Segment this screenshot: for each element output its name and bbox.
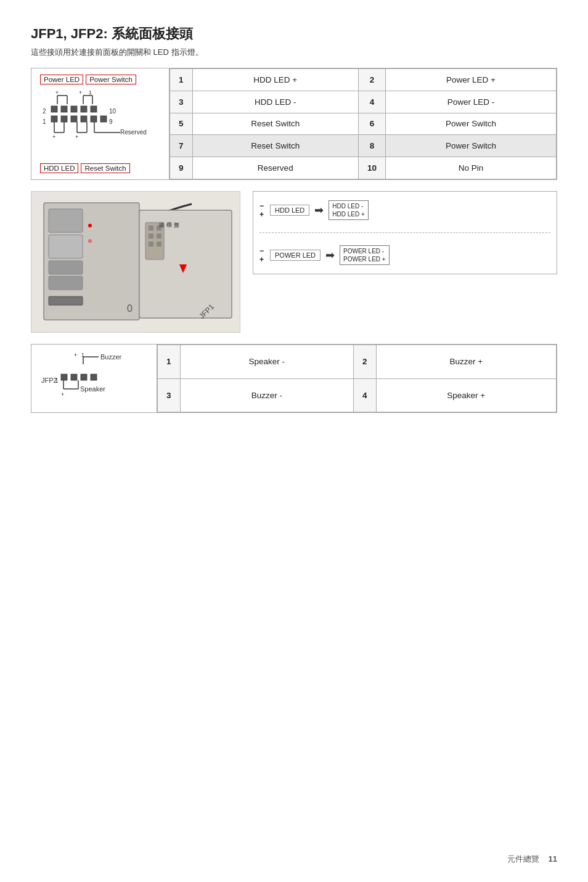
jfp1-pin-table: 1 HDD LED + 2 Power LED + 3 HDD LED - 4 … [169,68,557,179]
svg-rect-46 [149,226,153,231]
svg-rect-16 [51,116,57,122]
arrow-icon: ➡ [314,203,324,217]
table-row: 1 Speaker - 2 Buzzer + [158,345,557,379]
hdd-led-wiring-label: HDD LED [270,205,309,216]
svg-rect-65 [61,374,67,380]
svg-text:+: + [75,134,78,140]
power-led-wire-row: − + POWER LED ➡ POWER LED - POWER LED + [259,245,550,265]
svg-rect-21 [100,116,107,122]
jfp2-pin-table: 1 Speaker - 2 Buzzer + 3 Buzzer - 4 Spea… [157,345,557,412]
svg-text:0: 0 [127,303,133,314]
svg-text:9: 9 [109,118,113,125]
svg-rect-41 [49,296,83,305]
svg-rect-67 [81,374,87,380]
svg-text:1: 1 [43,118,46,125]
table-row: 1 HDD LED + 2 Power LED + [170,69,557,91]
jfp1-section: Power LED Power Switch + + 1 2 1 [31,68,557,180]
svg-rect-39 [49,261,83,274]
svg-text:10: 10 [109,108,116,115]
svg-rect-18 [71,116,77,122]
wiring-diagram: − + HDD LED ➡ HDD LED - HDD LED + − + PO… [253,191,557,274]
jfp2-connector-diagram: Buzzer + 1 JFP2 1 Speaker + [31,345,157,412]
hdd-led-label: HDD LED [40,163,78,173]
svg-rect-19 [81,116,87,122]
svg-text:+: + [55,89,59,96]
svg-point-42 [88,224,92,227]
board-svg: JFP1 縱線 橫帶 整齊 0 [31,192,240,333]
table-row: 7 Reset Switch 8 Power Switch [170,135,557,157]
svg-text:+: + [79,89,82,96]
svg-text:1: 1 [55,377,59,384]
svg-text:Buzzer: Buzzer [100,353,122,361]
svg-rect-68 [91,374,97,380]
page-title: JFP1, JFP2: 系統面板接頭 [31,25,557,43]
wiring-divider [259,232,550,233]
svg-text:1: 1 [89,89,92,96]
svg-rect-20 [91,116,97,122]
svg-rect-51 [157,242,161,247]
svg-text:+: + [61,391,64,398]
svg-rect-14 [81,106,87,112]
svg-rect-40 [49,276,83,290]
page-number: 11 [549,854,557,864]
svg-rect-11 [51,106,57,112]
footer-text: 元件總覽 [507,854,539,864]
svg-rect-38 [49,235,83,258]
board-photo: JFP1 縱線 橫帶 整齊 0 [31,191,240,333]
jfp2-svg-diagram: Buzzer + 1 JFP2 1 Speaker + [40,351,148,406]
jfp1-connector-diagram: Power LED Power Switch + + 1 2 1 [31,68,169,179]
table-row: 3 HDD LED - 4 Power LED - [170,91,557,113]
svg-rect-13 [71,106,77,112]
svg-text:Reserved: Reserved [120,129,147,136]
power-switch-label: Power Switch [86,75,136,84]
svg-rect-49 [157,234,161,239]
svg-rect-66 [71,374,77,380]
power-led-label: Power LED [40,75,83,84]
power-led-terminal: POWER LED - POWER LED + [340,245,390,265]
svg-rect-17 [61,116,67,122]
svg-text:1: 1 [81,352,84,358]
page-subtitle: 這些接頭用於連接前面板的開關和 LED 指示燈。 [31,47,557,58]
arrow-icon-2: ➡ [325,248,335,262]
power-led-wiring-label: POWER LED [270,250,321,261]
svg-point-43 [88,239,92,243]
image-section: JFP1 縱線 橫帶 整齊 0 − + HDD LED ➡ HDD LED - … [31,191,557,333]
svg-rect-48 [149,234,153,239]
svg-text:2: 2 [43,108,46,115]
svg-text:Speaker: Speaker [80,385,105,393]
svg-rect-47 [157,226,161,231]
table-row: 5 Reset Switch 6 Power Switch [170,113,557,135]
svg-rect-12 [61,106,67,112]
svg-text:+: + [74,352,77,358]
svg-text:+: + [52,134,55,140]
hdd-led-wire-row: − + HDD LED ➡ HDD LED - HDD LED + [259,200,550,220]
svg-rect-50 [149,242,153,247]
reset-switch-label: Reset Switch [81,163,129,173]
page-footer: 元件總覽 11 [507,854,557,865]
table-row: 9 Reserved 10 No Pin [170,157,557,179]
table-row: 3 Buzzer - 4 Speaker + [158,378,557,412]
svg-rect-15 [91,106,97,112]
jfp2-section: Buzzer + 1 JFP2 1 Speaker + 1 Spea [31,344,557,413]
jfp1-svg-diagram: + + 1 2 1 [40,87,160,161]
svg-rect-37 [49,209,83,232]
hdd-led-terminal: HDD LED - HDD LED + [329,200,369,220]
